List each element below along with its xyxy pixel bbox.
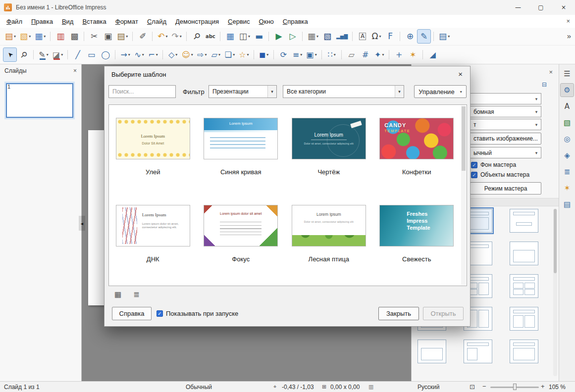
zoom-icon[interactable]: ⚲ ▾ bbox=[17, 48, 30, 61]
manage-button[interactable]: Управление ▾ bbox=[414, 85, 467, 98]
zoom-in-button[interactable]: + bbox=[541, 383, 545, 390]
rotate-icon[interactable]: ⟳ ▾ bbox=[277, 48, 290, 61]
panel-collapse-handle[interactable]: ◂ bbox=[79, 216, 85, 231]
open-icon[interactable]: ▧ ▾ bbox=[18, 30, 32, 43]
copy-icon[interactable]: ▣ ▾ bbox=[102, 30, 114, 43]
new-presentation-icon[interactable]: ▤ ▾ bbox=[3, 30, 17, 43]
close-document-icon[interactable]: × bbox=[566, 17, 570, 25]
menu-item[interactable]: Файл bbox=[2, 16, 27, 27]
gallery-deck-icon[interactable]: ▧ bbox=[561, 116, 574, 129]
layout-thumbnail[interactable] bbox=[418, 340, 446, 363]
special-char-icon[interactable]: Ω ▾ bbox=[370, 30, 383, 43]
find-replace-icon[interactable]: ⚲ ▾ bbox=[190, 30, 203, 43]
template-card-dna[interactable]: Lorem Ipsum Lorem ipsum dolor sit amet, … bbox=[109, 199, 197, 286]
display-grid-icon[interactable]: ▦ ▾ bbox=[224, 30, 237, 43]
template-card-blueprint[interactable]: Lorem Ipsum Dolor sit amet, consectetur … bbox=[285, 112, 373, 199]
dialog-close-icon[interactable]: × bbox=[455, 69, 466, 79]
stars-icon[interactable]: ☆ ▾ bbox=[237, 48, 250, 61]
cut-icon[interactable]: ✂ ▾ bbox=[88, 30, 101, 43]
template-list-scrollbar[interactable] bbox=[461, 105, 466, 285]
draw-functions-icon[interactable]: ✎ ▾ bbox=[418, 30, 430, 43]
minimize-button[interactable]: — bbox=[507, 0, 529, 15]
menu-item[interactable]: Вид bbox=[57, 16, 78, 27]
insert-textbox-icon[interactable]: A ▾ bbox=[356, 30, 369, 43]
template-list-scrollbar-thumb[interactable] bbox=[462, 106, 466, 171]
sidebar-deck-menu-icon[interactable]: ⊟ bbox=[542, 81, 547, 88]
fontwork-icon[interactable]: F ▾ bbox=[384, 30, 397, 43]
template-card-forest-bird[interactable]: Lorem Ipsum Dolor sit amet, consectetur … bbox=[285, 199, 373, 286]
redo-icon[interactable]: ↷ ▾ bbox=[170, 30, 183, 43]
hyperlink-icon[interactable]: ⊕ ▾ bbox=[404, 30, 417, 43]
display-views-icon[interactable]: ◫ ▾ bbox=[238, 30, 252, 43]
new-slide-icon[interactable]: ▤ ▾ bbox=[437, 30, 451, 43]
animation-deck-icon[interactable]: ≣ bbox=[561, 165, 574, 178]
menu-item[interactable]: Демонстрация bbox=[171, 16, 223, 27]
master-objects-checkbox[interactable]: ✓ bbox=[471, 172, 477, 178]
effects-deck-icon[interactable]: ✶ bbox=[561, 182, 574, 195]
layout-thumbnail[interactable] bbox=[464, 340, 492, 363]
export-pdf-icon[interactable]: ▥ ▾ bbox=[54, 30, 67, 43]
paste-icon[interactable]: ▤ ▾ bbox=[115, 30, 129, 43]
master-mode-button[interactable]: Режим мастера bbox=[470, 182, 541, 195]
menu-item[interactable]: Окно bbox=[255, 16, 278, 27]
symbol-shapes-icon[interactable]: ☺ ▾ bbox=[180, 48, 195, 61]
slides-panel-close-icon[interactable]: × bbox=[73, 67, 77, 74]
ellipse-icon[interactable]: ◯ ▾ bbox=[99, 48, 112, 61]
filter-type-combobox[interactable]: Презентации ▾ bbox=[209, 85, 277, 98]
zoom-out-button[interactable]: − bbox=[482, 383, 486, 390]
toolbar-overflow-button[interactable]: » bbox=[567, 32, 571, 40]
transitions-deck-icon[interactable]: ◈ bbox=[561, 149, 574, 162]
layout-thumbnail[interactable] bbox=[510, 340, 538, 363]
template-card-blue-curve[interactable]: Lorem Ipsum Синяя кривая bbox=[197, 112, 285, 199]
fill-color-icon[interactable]: ◪ ▾ bbox=[51, 48, 64, 61]
glue-points-icon[interactable]: ✶ ▾ bbox=[407, 48, 419, 61]
grid-view-icon[interactable]: ▦ bbox=[114, 290, 121, 299]
menu-item[interactable]: Справка bbox=[278, 16, 313, 27]
save-icon[interactable]: ▦ ▾ bbox=[33, 30, 47, 43]
connectors-icon[interactable]: ⌐ ▾ bbox=[147, 48, 159, 61]
styles-deck-icon[interactable]: A bbox=[561, 100, 574, 113]
insert-image-icon[interactable]: ▧ ▾ bbox=[321, 30, 334, 43]
list-view-icon[interactable]: ≣ bbox=[133, 290, 140, 299]
insert-table-icon[interactable]: ▦ ▾ bbox=[306, 30, 320, 43]
curve-icon[interactable]: ∿ ▾ bbox=[133, 48, 146, 61]
insert-chart-icon[interactable]: ▂▅▇ ▾ bbox=[335, 30, 349, 43]
clone-formatting-icon[interactable]: ✐ ▾ bbox=[136, 30, 149, 43]
menu-item[interactable]: Правка bbox=[27, 16, 57, 27]
menu-item[interactable]: Слайд bbox=[143, 16, 171, 27]
print-icon[interactable]: ▩ ▾ bbox=[68, 30, 81, 43]
spelling-icon[interactable]: abc ▾ bbox=[204, 30, 217, 43]
layout-thumbnail[interactable] bbox=[510, 274, 538, 298]
sidebar-close-icon[interactable]: × bbox=[549, 68, 553, 76]
start-current-slide-icon[interactable]: ▷ ▾ bbox=[286, 30, 299, 43]
sidebar-settings-icon[interactable]: ☰ bbox=[561, 67, 574, 80]
template-card-candy[interactable]: CANDY TEMPLATE Конфетки bbox=[373, 112, 461, 199]
undo-icon[interactable]: ↶ ▾ bbox=[156, 30, 169, 43]
rectangle-icon[interactable]: ▭ ▾ bbox=[85, 48, 98, 61]
shadow-icon[interactable]: ▱ ▾ bbox=[345, 48, 358, 61]
fit-slide-icon[interactable]: ⊡ bbox=[470, 383, 475, 391]
extrusion-icon[interactable]: ◢ ▾ bbox=[426, 48, 439, 61]
callouts-icon[interactable]: ❏ ▾ bbox=[223, 48, 236, 61]
master-background-checkbox[interactable]: ✓ bbox=[471, 162, 477, 168]
layout-thumbnail[interactable] bbox=[510, 242, 538, 265]
3d-objects-icon[interactable]: ◼ ▾ bbox=[258, 48, 270, 61]
slide-thumbnail[interactable]: 1 bbox=[6, 83, 73, 118]
start-first-slide-icon[interactable]: ▶ ▾ bbox=[272, 30, 285, 43]
navigator-deck-icon[interactable]: ◎ bbox=[561, 133, 574, 146]
sidebar-scrollbar-thumb[interactable] bbox=[554, 209, 557, 273]
lines-arrows-icon[interactable]: → ▾ bbox=[119, 48, 132, 61]
master-slide-icon[interactable]: ▬ ▾ bbox=[253, 30, 265, 43]
menu-item[interactable]: Формат bbox=[111, 16, 143, 27]
menu-item[interactable]: Сервис bbox=[223, 16, 255, 27]
template-card-beehive[interactable]: Lorem Ipsum Dolor Sit Amet Улей bbox=[109, 112, 197, 199]
layout-thumbnail[interactable] bbox=[510, 307, 538, 331]
maximize-button[interactable]: ▢ bbox=[529, 0, 552, 15]
zoom-slider-thumb[interactable] bbox=[513, 384, 517, 390]
block-arrows-icon[interactable]: ⇨ ▾ bbox=[196, 48, 209, 61]
sidebar-scrollbar[interactable] bbox=[553, 209, 557, 376]
arrange-icon[interactable]: ▣ ▾ bbox=[305, 48, 318, 61]
zoom-level-value[interactable]: 105 % bbox=[549, 384, 566, 391]
language-status[interactable]: Русский bbox=[418, 384, 440, 391]
layout-thumbnail[interactable] bbox=[510, 209, 538, 233]
